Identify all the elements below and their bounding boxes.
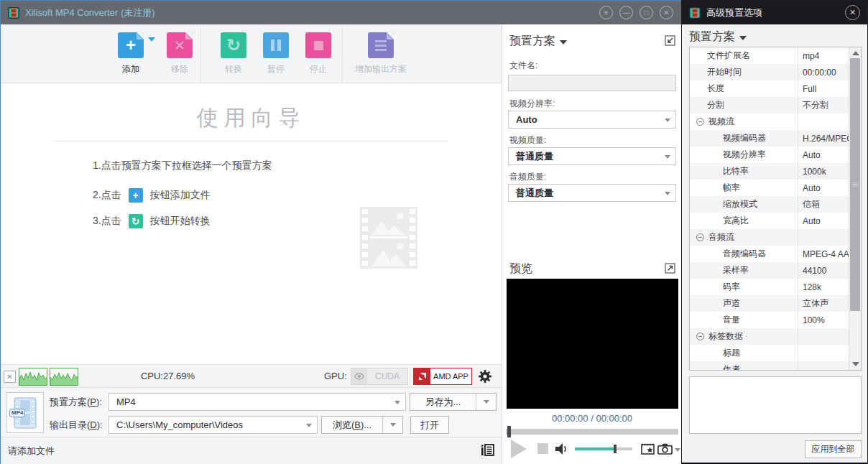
volume-handle[interactable] xyxy=(614,445,617,453)
table-row[interactable]: 采样率44100 xyxy=(690,262,861,279)
scroll-up-arrow[interactable] xyxy=(852,51,859,55)
chevron-down-icon xyxy=(665,192,670,195)
chevron-down-icon xyxy=(739,36,747,40)
save-as-button[interactable]: 另存为... xyxy=(410,393,497,411)
close-button[interactable]: ✕ xyxy=(660,6,673,19)
chevron-down-icon xyxy=(665,155,670,159)
cpu-usage-graph xyxy=(19,368,47,386)
scrollbar[interactable] xyxy=(849,47,861,370)
filmstrip-watermark-icon xyxy=(360,207,417,269)
chevron-down-icon xyxy=(394,401,400,404)
amd-app-toggle-button[interactable]: AMD APP xyxy=(413,368,472,385)
volume-slider[interactable] xyxy=(575,447,632,450)
preset-label: 预置方案(P): xyxy=(50,393,102,411)
settings-gear-icon[interactable] xyxy=(478,369,492,386)
audio-quality-combobox[interactable]: 普通质量 xyxy=(508,184,676,202)
browse-button[interactable]: 浏览(B)... xyxy=(321,416,403,434)
open-button[interactable]: 打开 xyxy=(410,416,449,434)
preset-panel-header[interactable]: 预置方案 xyxy=(509,34,567,49)
divider xyxy=(55,141,448,141)
table-row[interactable]: 帧率Auto xyxy=(690,180,861,196)
cpu-usage-graph-2 xyxy=(50,368,78,386)
table-row[interactable]: 开始时间00:00:00 xyxy=(690,64,861,80)
cuda-toggle-button[interactable]: CUDA xyxy=(351,368,408,385)
advanced-titlebar: 高级预置选项 ✕ xyxy=(682,1,867,24)
close-button[interactable]: ✕ xyxy=(845,5,860,20)
video-quality-combobox[interactable]: 普通质量 xyxy=(508,147,676,165)
cpu-usage-label: CPU:27.69% xyxy=(116,365,220,387)
minimize-button[interactable]: — xyxy=(619,6,633,19)
task-list-icon[interactable] xyxy=(481,444,494,459)
chevron-down-icon xyxy=(390,423,396,427)
toolbar: + 添加 ✕ 移除 ↻ 转换 暂停 停止 xyxy=(1,24,502,83)
table-row[interactable]: 音量100% xyxy=(690,312,861,328)
table-row[interactable]: 作者 xyxy=(690,361,861,371)
dock-panel-icon[interactable] xyxy=(665,35,675,49)
apply-to-all-button[interactable]: 应用到全部 xyxy=(805,440,862,458)
scrollbar-thumb[interactable] xyxy=(850,58,860,311)
maximize-button[interactable]: □ xyxy=(640,6,653,19)
close-icon: ✕ xyxy=(663,9,669,17)
table-group-row[interactable]: 视频流 xyxy=(690,113,861,130)
collapse-icon[interactable] xyxy=(696,118,704,126)
expand-preview-icon[interactable] xyxy=(665,263,675,277)
table-row[interactable]: 比特率1000k xyxy=(690,163,861,180)
hide-graph-button[interactable]: ✕ xyxy=(4,371,16,383)
chevron-down-icon xyxy=(560,40,567,45)
table-row[interactable]: 码率128k xyxy=(690,279,861,295)
minimize-icon: — xyxy=(623,9,630,17)
chevron-down-icon xyxy=(484,400,489,404)
menu-icon: ≡ xyxy=(604,9,609,17)
status-bar: 请添加文件 xyxy=(1,437,502,464)
collapse-icon[interactable] xyxy=(696,233,704,241)
camera-snapshot-icon[interactable] xyxy=(657,443,673,458)
remove-file-icon: ✕ xyxy=(167,32,193,58)
volume-fill xyxy=(575,447,614,450)
add-file-mini-icon: + xyxy=(129,188,143,203)
wizard-step-3: 3.点击 ↻ 按钮开始转换 xyxy=(93,214,211,228)
chevron-down-icon xyxy=(665,119,670,122)
table-group-row[interactable]: 标签数据 xyxy=(690,328,861,345)
table-row[interactable]: 声道立体声 xyxy=(690,295,861,312)
snapshot-dropdown-caret[interactable] xyxy=(675,448,680,452)
add-profile-button[interactable]: 增加输出方案 xyxy=(348,32,413,75)
play-button[interactable] xyxy=(511,440,527,458)
table-rows: 文件扩展名mp4 开始时间00:00:00 长度Full 分割不分割 视频流 视… xyxy=(690,47,861,371)
output-dir-value: C:\Users\My_computer\Videos xyxy=(116,419,243,430)
main-titlebar: Xilisoft MP4 Converter (未注册) ≡ — □ ✕ xyxy=(1,1,682,24)
advanced-preset-header[interactable]: 预置方案 xyxy=(689,29,747,45)
snapshot-folder-icon[interactable] xyxy=(641,442,655,458)
table-row[interactable]: 视频分辨率Auto xyxy=(690,147,861,163)
collapse-icon[interactable] xyxy=(696,333,704,340)
description-textarea[interactable] xyxy=(689,376,862,434)
wizard-title: 使用向导 xyxy=(1,103,502,133)
table-row[interactable]: 标题 xyxy=(690,345,861,361)
seek-handle[interactable] xyxy=(507,426,511,437)
main-window: Xilisoft MP4 Converter (未注册) ≡ — □ ✕ + 添… xyxy=(0,0,681,464)
save-as-dropdown[interactable] xyxy=(476,394,496,410)
seek-bar[interactable] xyxy=(506,429,678,435)
output-format-thumbnail[interactable]: MP4 xyxy=(6,392,44,433)
browse-dropdown[interactable] xyxy=(382,417,402,433)
menu-button[interactable]: ≡ xyxy=(599,6,613,19)
output-dir-combobox[interactable]: C:\Users\My_computer\Videos xyxy=(108,416,318,434)
stop-playback-button[interactable] xyxy=(537,443,548,454)
table-row[interactable]: 音频编码器MPEG-4 AAC xyxy=(690,246,861,262)
preset-panel: 预置方案 文件名: 视频分辨率: Auto 视频质量: 普通质量 音频质量: 普… xyxy=(502,24,682,464)
resolution-combobox[interactable]: Auto xyxy=(508,111,676,129)
filename-input[interactable] xyxy=(508,75,676,91)
table-row[interactable]: 分割不分割 xyxy=(690,97,861,113)
preset-combobox[interactable]: MP4 xyxy=(108,393,406,411)
table-group-row[interactable]: 音频流 xyxy=(690,229,861,246)
stop-icon xyxy=(305,32,331,58)
table-row[interactable]: 宽高比Auto xyxy=(690,213,861,229)
convert-icon: ↻ xyxy=(221,32,246,58)
table-row[interactable]: 文件扩展名mp4 xyxy=(690,47,861,64)
table-row[interactable]: 视频编码器H.264/MPEG xyxy=(690,130,861,147)
table-row[interactable]: 缩放模式信箱 xyxy=(690,196,861,213)
volume-icon[interactable] xyxy=(555,443,570,458)
table-row[interactable]: 长度Full xyxy=(690,80,861,97)
scroll-down-arrow[interactable] xyxy=(852,362,859,366)
status-message: 请添加文件 xyxy=(8,445,55,458)
stop-button[interactable]: 停止 xyxy=(286,32,351,75)
